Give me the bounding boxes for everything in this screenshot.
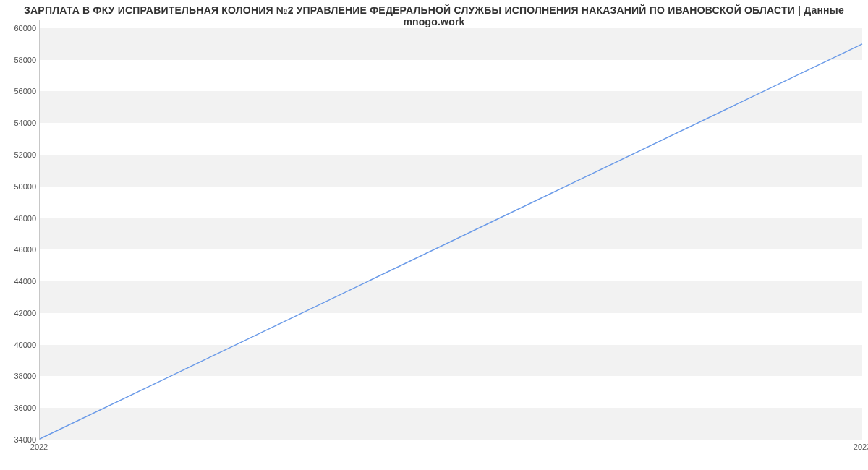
y-tick-label: 52000 — [4, 150, 36, 159]
y-tick-label: 42000 — [4, 309, 36, 317]
y-tick-label: 48000 — [4, 214, 36, 223]
y-tick-label: 56000 — [4, 87, 36, 95]
series-line — [40, 44, 862, 439]
y-tick-label: 50000 — [4, 182, 36, 191]
y-tick-label: 46000 — [4, 245, 36, 254]
x-tick-label: 2022 — [30, 443, 48, 451]
y-tick-label: 44000 — [4, 277, 36, 286]
line-layer — [40, 20, 862, 439]
plot-area — [39, 20, 862, 440]
x-tick-label: 2023 — [854, 443, 868, 451]
y-tick-label: 38000 — [4, 372, 36, 380]
y-tick-label: 60000 — [4, 24, 36, 33]
y-tick-label: 54000 — [4, 119, 36, 127]
y-tick-label: 58000 — [4, 56, 36, 64]
y-tick-label: 40000 — [4, 341, 36, 349]
y-tick-label: 36000 — [4, 403, 36, 412]
